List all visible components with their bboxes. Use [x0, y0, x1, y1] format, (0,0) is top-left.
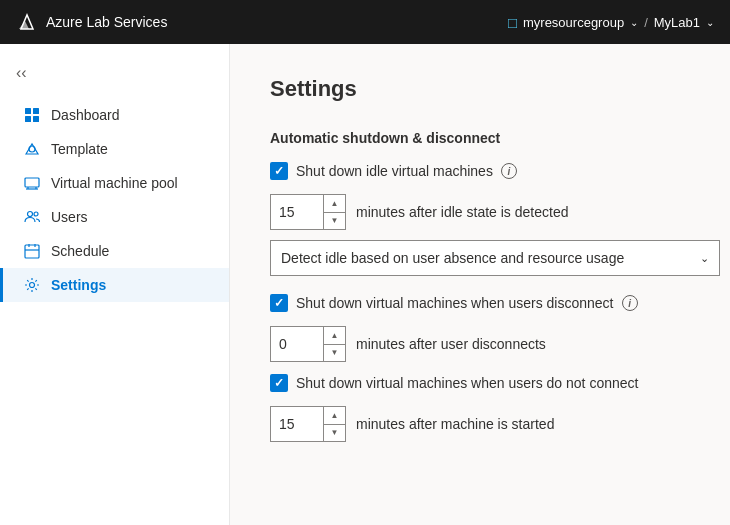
- app-logo: Azure Lab Services: [16, 11, 167, 33]
- svg-rect-3: [33, 108, 39, 114]
- disconnect-minutes-down-button[interactable]: ▼: [324, 345, 345, 362]
- disconnect-minutes-spinners: ▲ ▼: [323, 327, 345, 361]
- schedule-icon: [23, 242, 41, 260]
- svg-point-12: [34, 212, 38, 216]
- idle-minutes-input-wrapper: ▲ ▼: [270, 194, 346, 230]
- idle-minutes-input[interactable]: [271, 195, 325, 229]
- idle-minutes-spinners: ▲ ▼: [323, 195, 345, 229]
- shutdown-disconnect-info-icon[interactable]: i: [622, 295, 638, 311]
- svg-point-11: [28, 212, 33, 217]
- no-connect-minutes-row: ▲ ▼ minutes after machine is started: [270, 406, 690, 442]
- shutdown-idle-row: ✓ Shut down idle virtual machines i: [270, 162, 690, 180]
- svg-rect-13: [25, 245, 39, 258]
- no-connect-minutes-up-button[interactable]: ▲: [324, 407, 345, 425]
- no-connect-minutes-down-button[interactable]: ▼: [324, 425, 345, 442]
- svg-rect-7: [25, 178, 39, 187]
- checkmark-icon: ✓: [274, 165, 284, 177]
- no-connect-minutes-label: minutes after machine is started: [356, 416, 554, 432]
- users-icon: [23, 208, 41, 226]
- sidebar-item-template[interactable]: Template: [0, 132, 229, 166]
- idle-detect-dropdown-chevron-icon: ⌄: [700, 252, 709, 265]
- lab-name-label: MyLab1: [654, 15, 700, 30]
- app-title: Azure Lab Services: [46, 14, 167, 30]
- dashboard-label: Dashboard: [51, 107, 120, 123]
- resource-group-label: myresourcegroup: [523, 15, 624, 30]
- main-layout: ‹‹ Dashboard Template Virtual machine po…: [0, 44, 730, 525]
- resource-group-chevron-icon: ⌄: [630, 17, 638, 28]
- checkmark-icon: ✓: [274, 297, 284, 309]
- topbar: Azure Lab Services □ myresourcegroup ⌄ /…: [0, 0, 730, 44]
- page-title: Settings: [270, 76, 690, 102]
- sidebar-item-vm-pool[interactable]: Virtual machine pool: [0, 166, 229, 200]
- no-connect-minutes-spinners: ▲ ▼: [323, 407, 345, 441]
- checkmark-icon: ✓: [274, 377, 284, 389]
- main-content: Settings Automatic shutdown & disconnect…: [230, 44, 730, 525]
- shutdown-disconnect-checkbox[interactable]: ✓: [270, 294, 288, 312]
- sidebar-item-settings[interactable]: Settings: [0, 268, 229, 302]
- breadcrumb-nav: □ myresourcegroup ⌄ / MyLab1 ⌄: [508, 14, 714, 31]
- disconnect-minutes-input-wrapper: ▲ ▼: [270, 326, 346, 362]
- vm-pool-icon: [23, 174, 41, 192]
- vm-pool-label: Virtual machine pool: [51, 175, 178, 191]
- shutdown-idle-checkbox[interactable]: ✓: [270, 162, 288, 180]
- breadcrumb-separator: /: [644, 15, 648, 30]
- shutdown-no-connect-row: ✓ Shut down virtual machines when users …: [270, 374, 690, 392]
- shutdown-idle-info-icon[interactable]: i: [501, 163, 517, 179]
- schedule-label: Schedule: [51, 243, 109, 259]
- shutdown-idle-label: Shut down idle virtual machines: [296, 163, 493, 179]
- idle-minutes-label: minutes after idle state is detected: [356, 204, 568, 220]
- svg-point-17: [30, 283, 35, 288]
- sidebar-collapse-button[interactable]: ‹‹: [0, 56, 229, 98]
- azure-logo-icon: [16, 11, 38, 33]
- idle-detect-dropdown-value: Detect idle based on user absence and re…: [281, 250, 624, 266]
- sidebar-item-schedule[interactable]: Schedule: [0, 234, 229, 268]
- disconnect-minutes-input[interactable]: [271, 327, 325, 361]
- lab-chevron-icon: ⌄: [706, 17, 714, 28]
- no-connect-minutes-input[interactable]: [271, 407, 325, 441]
- shutdown-disconnect-label: Shut down virtual machines when users di…: [296, 295, 614, 311]
- sidebar-item-dashboard[interactable]: Dashboard: [0, 98, 229, 132]
- svg-rect-4: [25, 116, 31, 122]
- svg-rect-2: [25, 108, 31, 114]
- section-title: Automatic shutdown & disconnect: [270, 130, 690, 146]
- idle-minutes-up-button[interactable]: ▲: [324, 195, 345, 213]
- resource-group-link[interactable]: myresourcegroup ⌄: [523, 15, 638, 30]
- sidebar-item-users[interactable]: Users: [0, 200, 229, 234]
- svg-point-6: [29, 146, 35, 152]
- no-connect-minutes-input-wrapper: ▲ ▼: [270, 406, 346, 442]
- resource-group-icon: □: [508, 14, 517, 31]
- shutdown-no-connect-label: Shut down virtual machines when users do…: [296, 375, 638, 391]
- disconnect-minutes-label: minutes after user disconnects: [356, 336, 546, 352]
- template-icon: [23, 140, 41, 158]
- users-label: Users: [51, 209, 88, 225]
- idle-detect-dropdown[interactable]: Detect idle based on user absence and re…: [270, 240, 720, 276]
- shutdown-disconnect-row: ✓ Shut down virtual machines when users …: [270, 294, 690, 312]
- disconnect-minutes-row: ▲ ▼ minutes after user disconnects: [270, 326, 690, 362]
- template-label: Template: [51, 141, 108, 157]
- lab-link[interactable]: MyLab1 ⌄: [654, 15, 714, 30]
- svg-rect-5: [33, 116, 39, 122]
- idle-minutes-down-button[interactable]: ▼: [324, 213, 345, 230]
- settings-label: Settings: [51, 277, 106, 293]
- dashboard-icon: [23, 106, 41, 124]
- idle-minutes-row: ▲ ▼ minutes after idle state is detected: [270, 194, 690, 230]
- collapse-icon: ‹‹: [16, 64, 27, 82]
- disconnect-minutes-up-button[interactable]: ▲: [324, 327, 345, 345]
- sidebar: ‹‹ Dashboard Template Virtual machine po…: [0, 44, 230, 525]
- shutdown-no-connect-checkbox[interactable]: ✓: [270, 374, 288, 392]
- settings-icon: [23, 276, 41, 294]
